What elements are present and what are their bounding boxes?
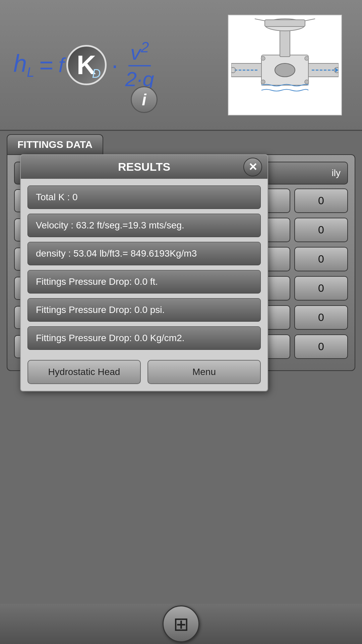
result-total-k: Total K : 0 [27,185,261,209]
valve-diagram [228,15,342,115]
info-button[interactable]: i [131,86,158,113]
results-overlay: RESULTS ✕ Total K : 0 Velocity : 63.2 ft… [20,154,268,391]
results-title: RESULTS [118,160,170,173]
formula-f: f [58,53,64,77]
results-close-button[interactable]: ✕ [243,158,262,176]
formula-section: hL = f K D · v2 2·g [13,38,228,92]
results-buttons: Hydrostatic Head Menu [21,357,267,391]
svg-rect-3 [265,20,305,26]
info-icon: i [142,91,146,109]
results-body: Total K : 0 Velocity : 63.2 ft/seg.=19.3… [21,179,267,357]
tab-fittings-data[interactable]: FITTINGS DATA [7,134,103,155]
formula-container: hL = f K D · v2 2·g [13,38,156,92]
formula-equals: = [39,51,53,79]
calculator-icon: ⊞ [173,613,189,635]
fitting-val2-2[interactable]: 0 [294,218,348,242]
fitting-val2-4[interactable]: 0 [294,276,348,301]
fitting-val2-6[interactable]: 0 [294,334,348,359]
svg-point-15 [305,56,309,60]
svg-point-14 [261,56,265,60]
formula-dot: · [112,51,118,79]
result-pressure-drop-kg: Fittings Pressure Drop: 0.0 Kg/cm2. [27,326,261,350]
bottom-bar: ⊞ [0,604,362,644]
svg-point-16 [261,80,265,84]
svg-point-9 [275,63,295,77]
valve-svg [231,18,339,112]
select-right-label: ily [332,168,341,178]
formula-hl: hL [13,50,34,80]
hydrostatic-head-button[interactable]: Hydrostatic Head [27,360,141,384]
result-velocity: Velocity : 63.2 ft/seg.=19.3 mts/seg. [27,214,261,237]
main-content: FITTINGS DATA Select ily Fittings ⋙ 0 0 … [0,134,362,371]
results-header: RESULTS ✕ [21,155,267,179]
fitting-val2-5[interactable]: 0 [294,305,348,330]
formula-numerator: v2 [128,38,151,66]
fitting-val2-1[interactable]: 0 [294,189,348,213]
formula-fraction: v2 2·g [123,38,156,92]
k-subscript: D [92,67,101,81]
fitting-val2-3[interactable]: 0 [294,247,348,271]
svg-line-13 [305,19,315,21]
header-area: hL = f K D · v2 2·g i [0,0,362,131]
formula-fk-section: f K D [58,45,106,85]
result-pressure-drop-ft: Fittings Pressure Drop: 0.0 ft. [27,270,261,293]
svg-line-12 [255,19,265,21]
menu-button[interactable]: Menu [147,360,261,384]
tab-header: FITTINGS DATA [7,134,355,155]
result-pressure-drop-psi: Fittings Pressure Drop: 0.0 psi. [27,298,261,322]
result-density: density : 53.04 lb/ft3.= 849.6193Kg/m3 [27,242,261,265]
svg-point-17 [305,80,309,84]
formula-k-circle: K D [66,45,107,85]
calculator-button[interactable]: ⊞ [163,605,199,642]
